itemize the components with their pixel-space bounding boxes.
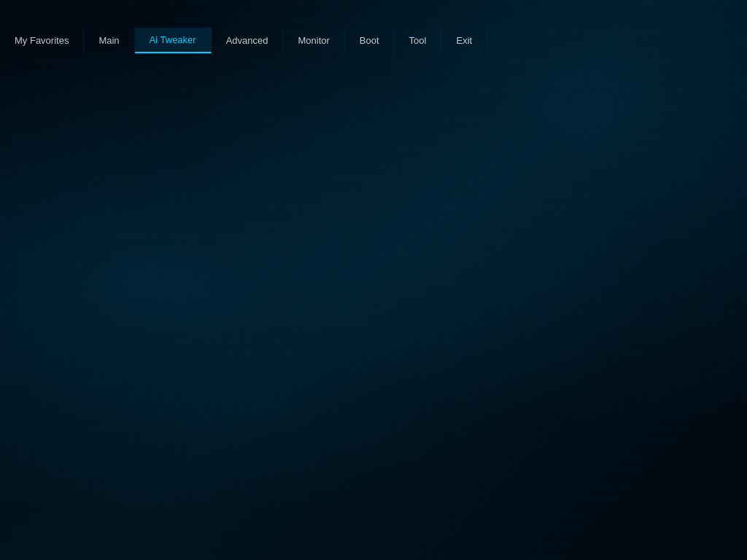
nav-exit-label: Exit: [456, 35, 472, 46]
nav-ai-tweaker[interactable]: Ai Tweaker: [135, 28, 212, 53]
nav-monitor[interactable]: Monitor: [284, 28, 345, 53]
nav-tool-label: Tool: [409, 35, 427, 46]
nav-ai-tweaker-label: Ai Tweaker: [150, 34, 196, 45]
nav-main[interactable]: Main: [84, 28, 134, 53]
nav-exit[interactable]: Exit: [441, 28, 487, 53]
nav-monitor-label: Monitor: [298, 35, 330, 46]
nav-advanced-label: Advanced: [226, 35, 268, 46]
nav-advanced[interactable]: Advanced: [212, 28, 284, 53]
nav-tool[interactable]: Tool: [395, 28, 442, 53]
nav-boot[interactable]: Boot: [345, 28, 395, 53]
nav-favorites-label: My Favorites: [15, 35, 69, 46]
nav-boot-label: Boot: [360, 35, 379, 46]
nav-favorites[interactable]: My Favorites: [0, 28, 84, 53]
nav-main-label: Main: [98, 35, 119, 46]
